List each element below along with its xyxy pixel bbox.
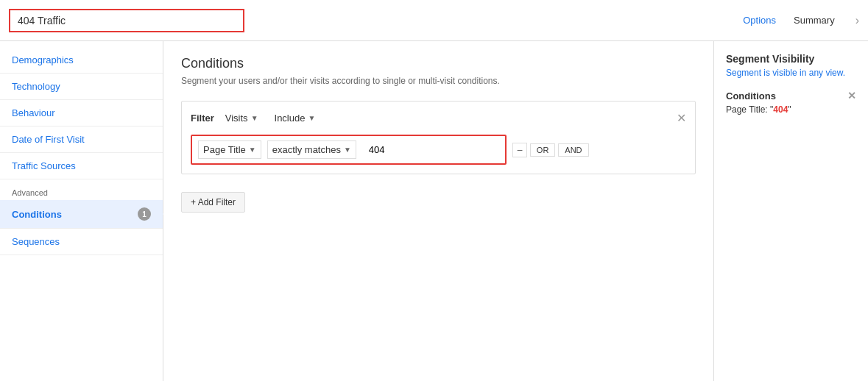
or-button[interactable]: OR [530,143,556,157]
visits-dropdown[interactable]: Visits ▼ [220,110,264,126]
sidebar-item-date-of-first-visit[interactable]: Date of First Visit [0,127,163,153]
include-dropdown-arrow-icon: ▼ [308,114,315,122]
sidebar: Demographics Technology Behaviour Date o… [0,41,163,381]
right-conditions-suffix: " [788,104,791,115]
condition-operator-arrow-icon: ▼ [344,146,351,154]
condition-field-label: Page Title [203,144,246,155]
condition-operator-label: exactly matches [272,144,341,155]
advanced-label: Advanced [0,179,163,200]
add-filter-button[interactable]: + Add Filter [181,192,245,213]
sidebar-item-technology[interactable]: Technology [0,74,163,100]
visits-dropdown-label: Visits [225,113,248,124]
and-button[interactable]: AND [558,143,588,157]
sidebar-item-sequences[interactable]: Sequences [0,229,163,255]
chevron-right-icon: › [855,14,859,27]
conditions-label: Conditions [12,209,62,220]
right-conditions-highlight: 404 [773,104,788,115]
top-header: Options Summary › [0,0,868,41]
segment-visibility-subtitle: Segment is visible in any view. [726,68,856,78]
condition-value-input[interactable] [362,140,499,159]
remove-condition-button[interactable]: − [512,143,527,157]
right-conditions-title: Conditions ✕ [726,90,856,102]
or-and-buttons: − OR AND [512,143,589,157]
main-layout: Demographics Technology Behaviour Date o… [0,41,868,381]
right-conditions-prefix: Page Title: " [726,104,773,115]
content-area: Conditions Segment your users and/or the… [163,41,713,381]
include-dropdown-label: Include [275,113,306,124]
summary-link[interactable]: Summary [794,15,835,26]
sidebar-item-traffic-sources[interactable]: Traffic Sources [0,153,163,179]
filter-close-icon[interactable]: ✕ [677,111,686,125]
right-conditions-close-icon[interactable]: ✕ [847,90,856,102]
active-arrow [156,207,163,221]
filter-header: Filter Visits ▼ Include ▼ ✕ [191,110,686,126]
header-right: Options Summary › [743,14,859,27]
visits-dropdown-arrow-icon: ▼ [251,114,258,122]
segment-name-input[interactable] [9,9,244,32]
options-link[interactable]: Options [743,15,776,26]
sidebar-item-demographics[interactable]: Demographics [0,47,163,74]
right-conditions-label: Conditions [726,90,776,102]
segment-visibility-title: Segment Visibility [726,53,856,65]
content-subtitle: Segment your users and/or their visits a… [181,76,696,86]
condition-operator-dropdown[interactable]: exactly matches ▼ [267,140,356,159]
right-conditions-content: Page Title: "404" [726,104,856,115]
sidebar-item-conditions[interactable]: Conditions 1 [0,200,163,229]
sidebar-item-behaviour[interactable]: Behaviour [0,100,163,127]
conditions-badge: 1 [138,207,151,221]
condition-field-dropdown[interactable]: Page Title ▼ [198,140,261,159]
condition-field-arrow-icon: ▼ [249,146,256,154]
filter-label: Filter [191,113,214,124]
content-title: Conditions [181,56,696,71]
filter-box: Filter Visits ▼ Include ▼ ✕ Page Title ▼ [181,101,696,174]
include-dropdown[interactable]: Include ▼ [269,110,321,126]
right-panel: Segment Visibility Segment is visible in… [713,41,868,381]
condition-row: Page Title ▼ exactly matches ▼ [191,135,507,165]
